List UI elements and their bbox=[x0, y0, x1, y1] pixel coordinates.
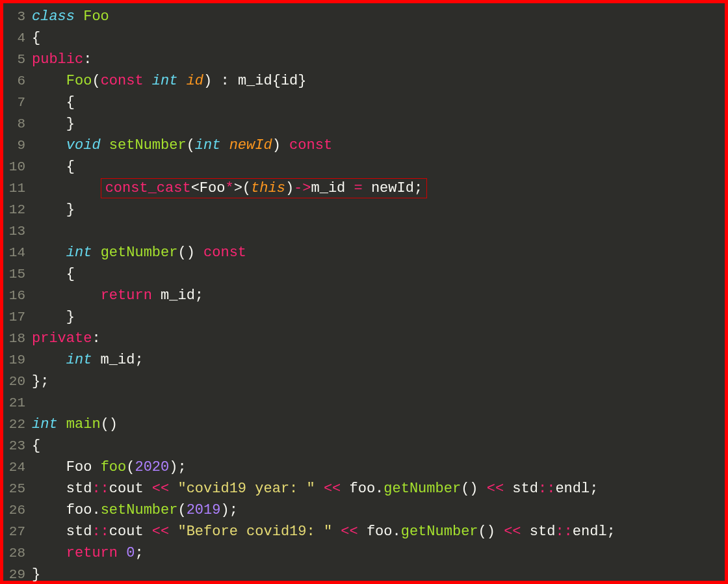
code-line[interactable]: 23{ bbox=[3, 435, 725, 457]
code-content[interactable]: class Foo bbox=[32, 8, 109, 25]
line-number: 19 bbox=[3, 352, 32, 367]
line-number: 10 bbox=[3, 159, 32, 174]
code-content[interactable]: std::cout << "Before covid19: " << foo.g… bbox=[32, 524, 616, 540]
code-content[interactable]: std::cout << "covid19 year: " << foo.get… bbox=[32, 481, 598, 497]
line-number: 12 bbox=[3, 202, 32, 217]
line-number: 28 bbox=[3, 546, 32, 561]
code-content[interactable]: { bbox=[32, 30, 40, 46]
code-content[interactable]: } bbox=[32, 566, 40, 583]
code-line[interactable]: 26 foo.setNumber(2019); bbox=[3, 499, 725, 521]
code-content[interactable]: { bbox=[32, 438, 40, 454]
code-line[interactable]: 7 { bbox=[3, 92, 725, 113]
code-content[interactable]: { bbox=[32, 159, 75, 175]
line-number: 7 bbox=[3, 95, 32, 110]
line-number: 17 bbox=[3, 310, 32, 325]
code-content[interactable]: void setNumber(int newId) const bbox=[32, 137, 332, 153]
line-number: 16 bbox=[3, 288, 32, 303]
code-line[interactable]: 6 Foo(const int id) : m_id{id} bbox=[3, 70, 725, 92]
code-content[interactable]: public: bbox=[32, 51, 92, 68]
code-line[interactable]: 16 return m_id; bbox=[3, 285, 725, 306]
line-number: 20 bbox=[3, 374, 32, 389]
line-number: 13 bbox=[3, 224, 32, 239]
code-content[interactable]: int m_id; bbox=[32, 352, 144, 368]
code-line[interactable]: 9 void setNumber(int newId) const bbox=[3, 135, 725, 156]
code-content[interactable]: } bbox=[32, 116, 75, 132]
code-editor[interactable]: 3class Foo4{5public:6 Foo(const int id) … bbox=[3, 6, 725, 584]
line-number: 9 bbox=[3, 138, 32, 153]
line-number: 6 bbox=[3, 73, 32, 88]
code-content[interactable]: } bbox=[32, 309, 75, 325]
line-number: 24 bbox=[3, 460, 32, 475]
code-content[interactable]: Foo(const int id) : m_id{id} bbox=[32, 73, 307, 89]
code-line[interactable]: 17 } bbox=[3, 306, 725, 328]
editor-frame: 3class Foo4{5public:6 Foo(const int id) … bbox=[0, 0, 728, 584]
code-content[interactable]: private: bbox=[32, 330, 101, 347]
code-line[interactable]: 15 { bbox=[3, 263, 725, 285]
code-line[interactable]: 25 std::cout << "covid19 year: " << foo.… bbox=[3, 478, 725, 499]
line-number: 18 bbox=[3, 331, 32, 346]
code-line[interactable]: 28 return 0; bbox=[3, 542, 725, 564]
line-number: 27 bbox=[3, 524, 32, 539]
line-number: 29 bbox=[3, 567, 32, 582]
code-line[interactable]: 27 std::cout << "Before covid19: " << fo… bbox=[3, 521, 725, 542]
line-number: 14 bbox=[3, 245, 32, 260]
code-line[interactable]: 14 int getNumber() const bbox=[3, 242, 725, 263]
line-number: 21 bbox=[3, 395, 32, 410]
line-number: 15 bbox=[3, 267, 32, 282]
code-line[interactable]: 11 const_cast<Foo*>(this)->m_id = newId; bbox=[3, 178, 725, 199]
code-line[interactable]: 21 bbox=[3, 392, 725, 414]
code-content[interactable]: } bbox=[32, 202, 75, 218]
code-content[interactable]: const_cast<Foo*>(this)->m_id = newId; bbox=[32, 178, 427, 198]
highlighted-code: const_cast<Foo*>(this)->m_id = newId; bbox=[101, 178, 428, 198]
code-content[interactable]: int main() bbox=[32, 416, 118, 432]
code-line[interactable]: 8 } bbox=[3, 113, 725, 135]
line-number: 25 bbox=[3, 481, 32, 496]
code-content[interactable]: }; bbox=[32, 373, 49, 390]
code-content[interactable]: { bbox=[32, 94, 75, 111]
code-line[interactable]: 19 int m_id; bbox=[3, 349, 725, 371]
code-content[interactable]: foo.setNumber(2019); bbox=[32, 502, 238, 518]
code-content[interactable]: return m_id; bbox=[32, 287, 203, 304]
code-line[interactable]: 10 { bbox=[3, 156, 725, 178]
line-number: 23 bbox=[3, 438, 32, 453]
line-number: 11 bbox=[3, 181, 32, 196]
code-line[interactable]: 5public: bbox=[3, 49, 725, 70]
code-line[interactable]: 3class Foo bbox=[3, 6, 725, 27]
code-line[interactable]: 13 bbox=[3, 220, 725, 242]
code-content[interactable]: { bbox=[32, 266, 75, 282]
code-line[interactable]: 20}; bbox=[3, 371, 725, 392]
code-line[interactable]: 29} bbox=[3, 564, 725, 584]
code-line[interactable]: 12 } bbox=[3, 199, 725, 220]
code-line[interactable]: 18private: bbox=[3, 328, 725, 349]
code-line[interactable]: 22int main() bbox=[3, 414, 725, 435]
line-number: 8 bbox=[3, 116, 32, 131]
code-content[interactable]: int getNumber() const bbox=[32, 245, 246, 261]
code-line[interactable]: 4{ bbox=[3, 27, 725, 49]
line-number: 26 bbox=[3, 503, 32, 518]
line-number: 22 bbox=[3, 417, 32, 432]
code-content[interactable]: return 0; bbox=[32, 545, 144, 561]
line-number: 4 bbox=[3, 31, 32, 46]
line-number: 5 bbox=[3, 52, 32, 67]
code-content[interactable]: Foo foo(2020); bbox=[32, 459, 187, 475]
code-line[interactable]: 24 Foo foo(2020); bbox=[3, 457, 725, 478]
line-number: 3 bbox=[3, 9, 32, 24]
